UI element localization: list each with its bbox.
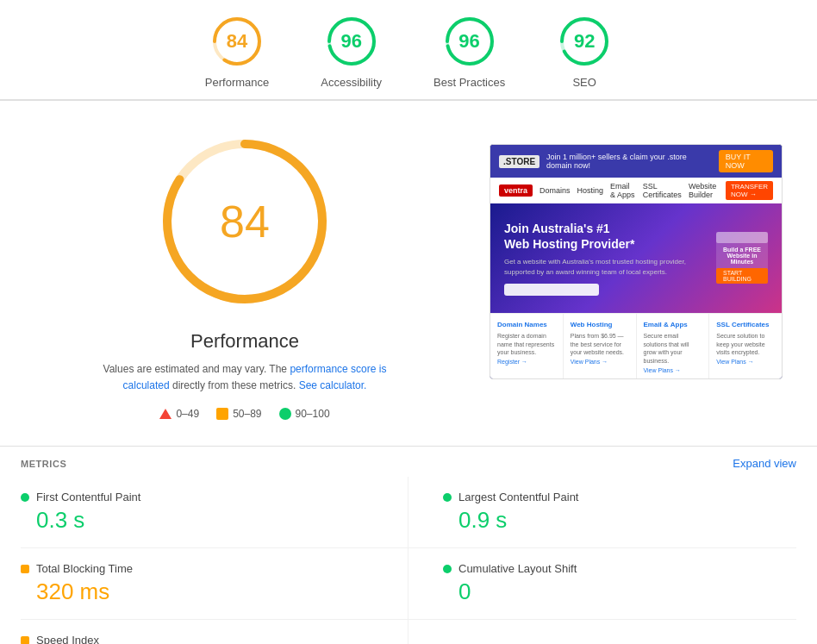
metric-header-si: Speed Index [21, 634, 373, 644]
score-item-best-practices: 96 Best Practices [433, 14, 505, 89]
pass-range: 90–100 [296, 408, 330, 420]
metric-name-cls: Cumulative Layout Shift [458, 562, 577, 575]
performance-gauge: 84 [150, 127, 340, 316]
score-item-seo: 92 SEO [557, 14, 612, 89]
score-value-performance: 84 [227, 30, 247, 53]
score-value-best-practices: 96 [458, 30, 479, 53]
legend-item-fail: 0–49 [159, 408, 199, 420]
score-label-seo: SEO [572, 76, 596, 89]
score-item-performance: 84 Performance [205, 14, 269, 89]
metric-value-fcp: 0.3 s [21, 507, 373, 534]
metric-value-cls: 0 [443, 578, 783, 605]
metric-item-si: Speed Index 1.4 s [21, 620, 408, 644]
score-label-accessibility: Accessibility [321, 76, 382, 89]
metric-header-lcp: Largest Contentful Paint [443, 491, 783, 503]
metric-header-cls: Cumulative Layout Shift [443, 562, 783, 575]
hero-search-bar[interactable] [504, 284, 599, 296]
score-value-seo: 92 [574, 30, 595, 53]
metric-value-lcp: 0.9 s [443, 507, 783, 534]
metric-header-fcp: First Contentful Paint [21, 491, 373, 503]
metric-indicator-cls [443, 565, 452, 573]
score-item-accessibility: 96 Accessibility [321, 14, 382, 89]
hero-heading: Join Australia's #1Web Hosting Provider* [504, 221, 708, 252]
score-circle-best-practices[interactable]: 96 [442, 14, 497, 69]
screenshot-topbar: .STORE Join 1 million+ sellers & claim y… [490, 145, 782, 178]
metric-name-fcp: First Contentful Paint [36, 491, 140, 503]
screenshot-hero: Join Australia's #1Web Hosting Provider*… [490, 203, 782, 313]
score-circle-performance[interactable]: 84 [209, 14, 265, 69]
hero-text: Join Australia's #1Web Hosting Provider*… [504, 221, 708, 296]
score-label-performance: Performance [205, 76, 269, 89]
metric-indicator-tbt [21, 565, 29, 573]
score-value-accessibility: 96 [340, 30, 361, 53]
expand-view-button[interactable]: Expand view [733, 457, 796, 470]
metrics-grid: First Contentful Paint 0.3 s Largest Con… [0, 477, 817, 644]
fail-icon [159, 409, 172, 419]
performance-description: Values are estimated and may vary. The p… [98, 361, 391, 394]
right-panel: .STORE Join 1 million+ sellers & claim y… [490, 127, 783, 420]
hero-subtext: Get a website with Australia's most trus… [504, 257, 708, 276]
metric-name-lcp: Largest Contentful Paint [458, 491, 578, 503]
service-email: Email & Apps Secure email solutions that… [637, 314, 710, 378]
hero-device-mockup [716, 232, 768, 243]
nav-cta[interactable]: TRANSFER NOW → [726, 181, 773, 200]
calc-link[interactable]: See calculator. [299, 379, 367, 391]
metric-item-fcp: First Contentful Paint 0.3 s [21, 477, 408, 548]
screenshot-frame: .STORE Join 1 million+ sellers & claim y… [490, 144, 783, 379]
legend-item-average: 50–89 [216, 408, 261, 420]
service-hosting: Web Hosting Plans from $6.95 — the best … [564, 314, 637, 378]
nav-logo: ventra [499, 184, 533, 197]
store-badge: .STORE [499, 155, 539, 168]
legend: 0–49 50–89 90–100 [159, 408, 329, 420]
metric-item-cls: Cumulative Layout Shift 0 [408, 548, 796, 620]
metric-indicator-fcp [21, 493, 29, 502]
screenshot-services: Domain Names Register a domain name that… [490, 313, 782, 378]
gauge-number: 84 [220, 196, 270, 247]
metric-item-lcp: Largest Contentful Paint 0.9 s [408, 477, 796, 548]
left-panel: 84 Performance Values are estimated and … [34, 127, 455, 420]
legend-item-pass: 90–100 [279, 408, 330, 420]
average-range: 50–89 [233, 408, 261, 420]
metric-name-tbt: Total Blocking Time [36, 562, 133, 575]
metric-item-tbt: Total Blocking Time 320 ms [21, 548, 408, 620]
fail-range: 0–49 [176, 408, 199, 420]
score-label-best-practices: Best Practices [433, 76, 505, 89]
main-content: 84 Performance Values are estimated and … [0, 101, 817, 446]
metrics-header: METRICS Expand view [0, 447, 817, 477]
pass-icon [279, 408, 291, 420]
store-tagline: Join 1 million+ sellers & claim your .st… [546, 153, 712, 170]
score-circle-seo[interactable]: 92 [557, 14, 612, 69]
metric-header-tbt: Total Blocking Time [21, 562, 373, 575]
score-circle-accessibility[interactable]: 96 [324, 14, 379, 69]
service-ssl: SSL Certificates Secure solution to keep… [709, 314, 782, 378]
metrics-section-label: METRICS [21, 459, 66, 469]
average-icon [216, 408, 228, 420]
metric-indicator-lcp [443, 493, 452, 502]
hero-start-button[interactable]: START BUILDING [716, 268, 768, 284]
hero-image: Build a FREEWebsite in Minutes START BUI… [716, 232, 768, 284]
metric-name-si: Speed Index [36, 634, 99, 644]
performance-title: Performance [190, 330, 299, 353]
screenshot-nav: ventra Domains Hosting Email & Apps SSL … [490, 178, 782, 203]
scores-bar: 84 Performance 96 Accessibility 96 Best … [0, 0, 817, 100]
buy-now-button[interactable]: BUY IT NOW [719, 150, 773, 172]
metric-value-tbt: 320 ms [21, 578, 373, 605]
hero-img-label: Build a FREEWebsite in Minutes [716, 247, 768, 265]
service-domains: Domain Names Register a domain name that… [490, 314, 564, 378]
metric-indicator-si [21, 636, 29, 644]
